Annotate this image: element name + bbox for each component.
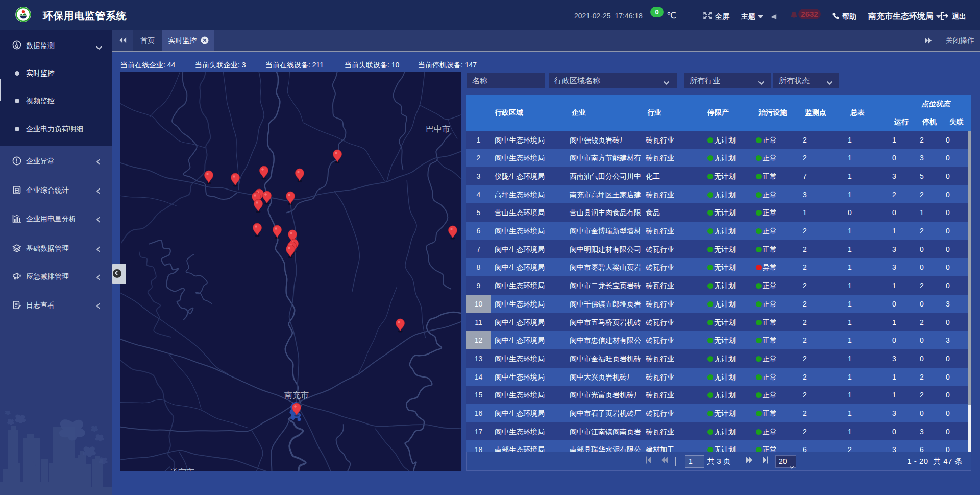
svg-text:南充市: 南充市	[284, 391, 309, 399]
svg-text:巴中市: 巴中市	[426, 125, 450, 133]
